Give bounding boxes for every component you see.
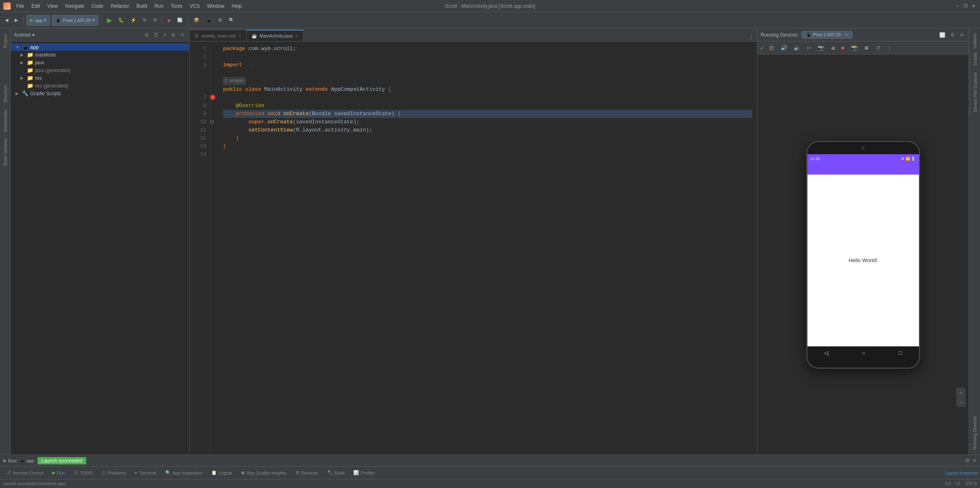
phone-preview: 11:15 ⚙ 📶 🔋 Hello World! ◁ ○ □ bbox=[806, 141, 920, 369]
status-settings-button[interactable]: ⚙ bbox=[965, 457, 970, 464]
toolbar-back-button[interactable]: ◀ bbox=[2, 15, 11, 26]
tab-build[interactable]: 🔨 Build bbox=[323, 468, 348, 477]
debug-button[interactable]: ⚡ bbox=[128, 15, 139, 26]
tree-label-res-gen: res (generated) bbox=[35, 83, 68, 89]
menu-edit[interactable]: Edit bbox=[28, 2, 43, 10]
tab-version-control[interactable]: ⎇ Version Control bbox=[2, 468, 47, 477]
tree-item-java[interactable]: ▶ 📁 java bbox=[11, 59, 189, 66]
profile-button[interactable]: 🐛 bbox=[116, 15, 127, 26]
tab-problems[interactable]: ⚠ Problems bbox=[98, 468, 130, 477]
tree-item-res-generated[interactable]: ▶ 📁 res (generated) bbox=[11, 82, 189, 90]
search-button[interactable]: 🔍 bbox=[226, 15, 237, 26]
layout-inspector-link[interactable]: Layout Inspector bbox=[945, 470, 978, 475]
project-panel-title: Android ▾ bbox=[14, 32, 35, 38]
run-status-icon: ▶ bbox=[3, 458, 7, 463]
stop-button[interactable]: ■ bbox=[165, 15, 173, 26]
tab-terminal[interactable]: ▸ Terminal bbox=[131, 468, 160, 477]
apply-code-changes-button[interactable]: ↺ bbox=[151, 15, 159, 26]
tab-app-inspection[interactable]: 🔍 App Inspection bbox=[161, 468, 206, 477]
toolbar-forward-button[interactable]: ▶ bbox=[12, 15, 20, 26]
volume-up-button[interactable]: 🔊 bbox=[778, 44, 790, 52]
structure-panel-label[interactable]: Structure bbox=[1, 81, 9, 106]
run-config-dropdown[interactable]: ▶ app ▾ bbox=[26, 15, 50, 26]
tree-item-java-generated[interactable]: ▶ 📁 java (generated) bbox=[11, 66, 189, 74]
panel-settings-button[interactable]: ⚙ bbox=[169, 31, 177, 39]
menu-window[interactable]: Window bbox=[204, 2, 228, 10]
todo-icon: ☑ bbox=[74, 470, 78, 475]
panel-close-button[interactable]: ✕ bbox=[179, 31, 186, 39]
replay-button[interactable]: ↺ bbox=[873, 44, 883, 52]
tab-mainactivity[interactable]: ☕ MainActivity.java ✕ bbox=[247, 30, 304, 41]
panel-scope-button[interactable]: ☰ bbox=[152, 31, 160, 39]
android-dropdown-arrow[interactable]: ▾ bbox=[32, 32, 35, 38]
screenshot-button[interactable]: 📷 bbox=[815, 44, 827, 52]
run-button[interactable]: ▶ bbox=[105, 15, 114, 26]
tab-close-java[interactable]: ✕ bbox=[295, 34, 298, 38]
tab-overflow-button[interactable]: ⋮ bbox=[746, 32, 757, 41]
panel-gear-button[interactable]: ⚙ bbox=[143, 31, 151, 39]
rd-maximize-button[interactable]: ⬜ bbox=[938, 31, 947, 39]
running-devices-panel-label[interactable]: Running Devices bbox=[971, 413, 979, 453]
tree-item-res[interactable]: ▶ 📁 res bbox=[11, 74, 189, 82]
stop-app-button[interactable]: ■ bbox=[839, 44, 847, 52]
tab-profiler[interactable]: 📊 Profiler bbox=[349, 468, 379, 477]
device-dropdown[interactable]: 📱 Pixel 2 API 29 ▾ bbox=[52, 15, 98, 26]
menu-refactor[interactable]: Refactor bbox=[107, 2, 132, 10]
zoom-out-button[interactable]: − bbox=[956, 398, 965, 407]
device-tab-close[interactable]: ✕ bbox=[844, 32, 848, 37]
build-variants-label[interactable]: Build Variants bbox=[1, 135, 9, 169]
bookmarks-panel-label[interactable]: Bookmarks bbox=[1, 106, 9, 135]
menu-file[interactable]: File bbox=[13, 2, 27, 10]
sync-button[interactable]: 🔄 bbox=[175, 15, 185, 26]
menu-code[interactable]: Code bbox=[88, 2, 107, 10]
back-nav-button[interactable]: ◀ bbox=[828, 44, 837, 52]
tab-run[interactable]: ▶ Run bbox=[48, 468, 69, 477]
tab-bar: 🗒 activity_main.xml ✕ ☕ MainActivity.jav… bbox=[190, 28, 757, 42]
menu-help[interactable]: Help bbox=[228, 2, 245, 10]
menu-navigate[interactable]: Navigate bbox=[62, 2, 88, 10]
camera-button[interactable]: 📸 bbox=[849, 44, 860, 52]
power-button[interactable]: ⏻ bbox=[766, 44, 777, 52]
status-close-button[interactable]: ✕ bbox=[972, 457, 977, 464]
record-button[interactable]: ⏺ bbox=[862, 44, 872, 52]
tab-activity-main[interactable]: 🗒 activity_main.xml ✕ bbox=[190, 30, 247, 41]
gradle-scripts-icon: 🔧 bbox=[22, 90, 28, 96]
gradle-panel-label[interactable]: Gradle bbox=[971, 49, 979, 69]
panel-filter-button[interactable]: ≡ bbox=[162, 31, 168, 39]
menu-view[interactable]: View bbox=[44, 2, 61, 10]
tab-logcat[interactable]: 📋 Logcat bbox=[207, 468, 236, 477]
rd-device-tab[interactable]: 📱 Pixel 2 API 29 ✕ bbox=[801, 31, 853, 39]
window-title: Scroll - MainActivity.java [Scroll.app.m… bbox=[445, 3, 535, 9]
window-controls: − ❐ ✕ bbox=[954, 3, 977, 9]
more-button[interactable]: ⋮ bbox=[884, 44, 895, 52]
tree-item-manifests[interactable]: ▶ 📁 manifests bbox=[11, 51, 189, 59]
res-gen-icon: 📁 bbox=[27, 83, 33, 89]
sdk-manager-button[interactable]: 📦 bbox=[191, 15, 202, 26]
avd-manager-button[interactable]: 📱 bbox=[203, 15, 214, 26]
tab-todo[interactable]: ☑ TODO bbox=[70, 468, 97, 477]
tree-item-app[interactable]: ▼ 📱 app bbox=[11, 43, 189, 51]
minimize-button[interactable]: − bbox=[954, 3, 960, 9]
close-button[interactable]: ✕ bbox=[970, 3, 977, 9]
tab-app-quality-insights[interactable]: ◉ App Quality Insights bbox=[237, 468, 291, 477]
tab-services[interactable]: ⚙ Services bbox=[291, 468, 322, 477]
project-side-label[interactable]: Project bbox=[1, 31, 9, 51]
menu-build[interactable]: Build bbox=[133, 2, 151, 10]
maximize-button[interactable]: ❐ bbox=[962, 3, 969, 9]
android-dropdown[interactable]: Android bbox=[14, 32, 31, 38]
menu-tools[interactable]: Tools bbox=[168, 2, 186, 10]
tab-close-xml[interactable]: ✕ bbox=[238, 33, 241, 38]
apply-changes-button[interactable]: ↻ bbox=[140, 15, 149, 26]
zoom-in-button[interactable]: + bbox=[956, 388, 965, 397]
rd-settings-button[interactable]: ⚙ bbox=[949, 31, 956, 39]
volume-down-button[interactable]: 🔉 bbox=[791, 44, 803, 52]
rd-close-button[interactable]: ✕ bbox=[958, 31, 965, 39]
menu-vcs[interactable]: VCS bbox=[186, 2, 203, 10]
rotate-button[interactable]: ↩ bbox=[804, 44, 814, 52]
device-file-explorer-label[interactable]: Device File Explorer bbox=[971, 69, 979, 115]
menu-run[interactable]: Run bbox=[151, 2, 167, 10]
code-content[interactable]: package com.wyb.scroll; import ... 2 usa… bbox=[218, 42, 757, 455]
tree-item-gradle[interactable]: ▶ 🔧 Gradle Scripts bbox=[11, 90, 189, 97]
tree-label-app: app bbox=[30, 44, 39, 50]
settings-button[interactable]: ⚙ bbox=[216, 15, 225, 26]
